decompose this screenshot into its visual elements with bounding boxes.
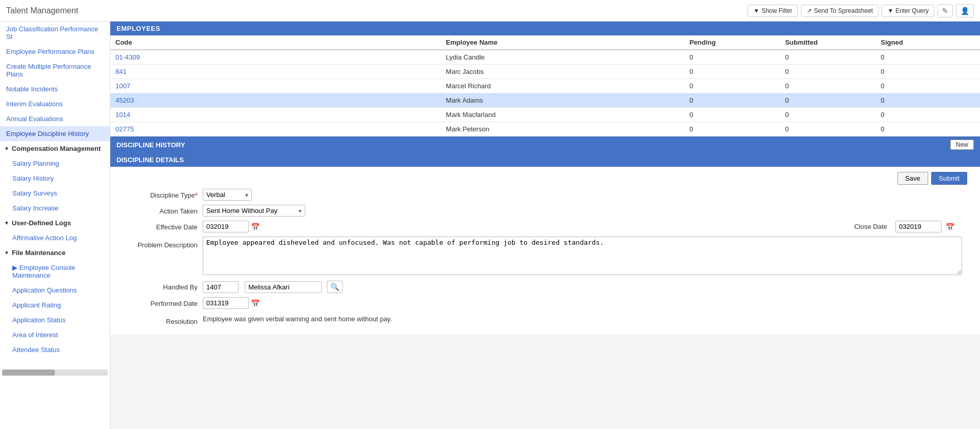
employees-table-header-row: Code Employee Name Pending Submitted Sig… [110,35,980,50]
cell-pending: 0 [684,65,780,79]
handled-by-label: Handled By [121,281,203,291]
effective-date-input[interactable] [203,221,249,232]
col-signed: Signed [876,35,980,50]
resolution-text: Employee was given verbal warning and se… [203,313,962,325]
cell-signed: 0 [876,93,980,108]
employees-section-header: EMPLOYEES [110,22,980,35]
sidebar-item-interim-evaluations[interactable]: Interim Evaluations [0,96,110,111]
handled-by-row: Handled By 🔍 [121,281,970,293]
header-actions: ▼ Show Filter ↗ Send To Spreadsheet ▼ En… [748,4,974,17]
performed-date-calendar-icon[interactable]: 📅 [251,299,260,307]
table-row[interactable]: 1007 Marcel Richard 0 0 0 [110,79,980,93]
resolution-area: Employee was given verbal warning and se… [203,313,970,325]
sidebar-item-application-status[interactable]: Application Status [6,313,110,327]
action-taken-row: Action Taken Sent Home Without Pay Writt… [121,205,970,217]
sidebar-horizontal-scrollbar[interactable] [2,369,108,376]
sidebar-item-application-questions[interactable]: Application Questions [6,283,110,298]
handled-by-name-input[interactable] [245,281,322,293]
table-row[interactable]: 02775 Mark Peterson 0 0 0 [110,122,980,136]
cell-submitted: 0 [780,122,875,136]
filter-icon: ▼ [753,7,759,14]
sidebar-item-notable-incidents[interactable]: Notable Incidents [0,82,110,96]
content-area: EMPLOYEES Code Employee Name Pending Sub… [110,22,980,429]
cell-signed: 0 [876,79,980,93]
handled-by-inputs: 🔍 [203,281,343,293]
sidebar-item-salary-history[interactable]: Salary History [6,171,110,186]
problem-description-row: Problem Description Employee appeared di… [121,237,970,277]
user-icon-button[interactable]: 👤 [956,4,974,17]
cell-submitted: 0 [780,65,875,79]
send-to-spreadsheet-button[interactable]: ↗ Send To Spreadsheet [801,5,878,17]
close-date-input[interactable] [895,221,942,232]
cell-pending: 0 [684,108,780,122]
sidebar-item-applicant-rating[interactable]: Applicant Rating [6,298,110,313]
file-maintenance-arrow-icon: ▼ [4,250,9,256]
sidebar-group-file-maintenance[interactable]: ▼ File Maintenance [0,245,110,260]
edit-icon-button[interactable]: ✎ [937,4,953,17]
resolution-row: Resolution Employee was given verbal war… [121,313,970,325]
table-row[interactable]: 841 Marc Jacobs 0 0 0 [110,65,980,79]
cell-pending: 0 [684,79,780,93]
required-marker: * [195,191,198,199]
cell-name: Lydia Candle [441,50,684,65]
compensation-arrow-icon: ▼ [4,146,9,151]
enter-query-button[interactable]: ▼ Enter Query [881,5,934,17]
query-icon: ▼ [887,7,893,14]
effective-date-wrapper: 📅 [203,221,260,232]
user-logs-arrow-icon: ▼ [4,220,9,226]
cell-name: Marcel Richard [441,79,684,93]
sidebar: Job Classification Performance St Employ… [0,22,110,429]
employees-table-wrapper[interactable]: Code Employee Name Pending Submitted Sig… [110,35,980,136]
sidebar-item-salary-increase[interactable]: Salary Increase [6,201,110,216]
submit-button[interactable]: Submit [931,172,967,185]
sidebar-item-attendee-status[interactable]: Attendee Status [6,342,110,357]
cell-pending: 0 [684,93,780,108]
cell-signed: 0 [876,122,980,136]
sub-arrow-icon: ▶ [12,264,19,271]
handled-by-id-input[interactable] [203,281,239,293]
show-filter-button[interactable]: ▼ Show Filter [748,5,798,17]
col-employee-name: Employee Name [441,35,684,50]
compensation-sub: Salary Planning Salary History Salary Su… [0,156,110,216]
discipline-type-label: Discipline Type* [121,189,203,199]
problem-description-textarea[interactable]: Employee appeared disheveled and unfocus… [203,237,962,275]
discipline-details-section: DISCIPLINE DETAILS Save Submit Disciplin… [110,153,980,335]
sidebar-group-user-defined-logs[interactable]: ▼ User-Defined Logs [0,216,110,230]
table-row[interactable]: 1014 Mark Macfarland 0 0 0 [110,108,980,122]
effective-date-label: Effective Date [121,221,203,231]
sidebar-item-employee-discipline-history[interactable]: Employee Discipline History [0,126,110,141]
new-discipline-button[interactable]: New [950,140,974,150]
discipline-type-select[interactable]: Verbal Written Suspension Termination [203,189,252,201]
discipline-details-header: DISCIPLINE DETAILS [110,153,980,167]
sidebar-item-salary-planning[interactable]: Salary Planning [6,156,110,171]
sidebar-item-employee-console-maintenance[interactable]: ▶ Employee Console Maintenance [6,260,110,283]
handled-by-search-button[interactable]: 🔍 [327,281,343,293]
cell-name: Mark Macfarland [441,108,684,122]
save-button[interactable]: Save [897,172,928,185]
sidebar-item-salary-surveys[interactable]: Salary Surveys [6,186,110,201]
top-header: Talent Management ▼ Show Filter ↗ Send T… [0,0,980,22]
main-layout: Job Classification Performance St Employ… [0,22,980,429]
sidebar-item-employee-performance-plans[interactable]: Employee Performance Plans [0,44,110,59]
cell-signed: 0 [876,65,980,79]
action-taken-select[interactable]: Sent Home Without Pay Written Warning Su… [203,205,305,217]
sidebar-item-create-multiple-plans[interactable]: Create Multiple Performance Plans [0,59,110,82]
cell-code: 1014 [110,108,441,122]
cell-submitted: 0 [780,50,875,65]
discipline-history-title: DISCIPLINE HISTORY [116,141,185,149]
sidebar-item-area-of-interest[interactable]: Area of Interest [6,327,110,342]
cell-submitted: 0 [780,79,875,93]
effective-date-calendar-icon[interactable]: 📅 [251,223,260,231]
sidebar-item-affirmative-action-log[interactable]: Affirmative Action Log [6,230,110,245]
sidebar-item-annual-evaluations[interactable]: Annual Evaluations [0,111,110,126]
sidebar-group-compensation-management[interactable]: ▼ Compensation Management [0,141,110,156]
spreadsheet-icon: ↗ [807,7,812,14]
table-row[interactable]: 01-4309 Lydia Candle 0 0 0 [110,50,980,65]
cell-submitted: 0 [780,93,875,108]
cell-submitted: 0 [780,108,875,122]
performed-date-input[interactable] [203,297,249,309]
close-date-calendar-icon[interactable]: 📅 [946,223,954,231]
sidebar-item-job-classification[interactable]: Job Classification Performance St [0,22,110,44]
table-row-selected[interactable]: 45203 Mark Adams 0 0 0 [110,93,980,108]
cell-name: Mark Adams [441,93,684,108]
